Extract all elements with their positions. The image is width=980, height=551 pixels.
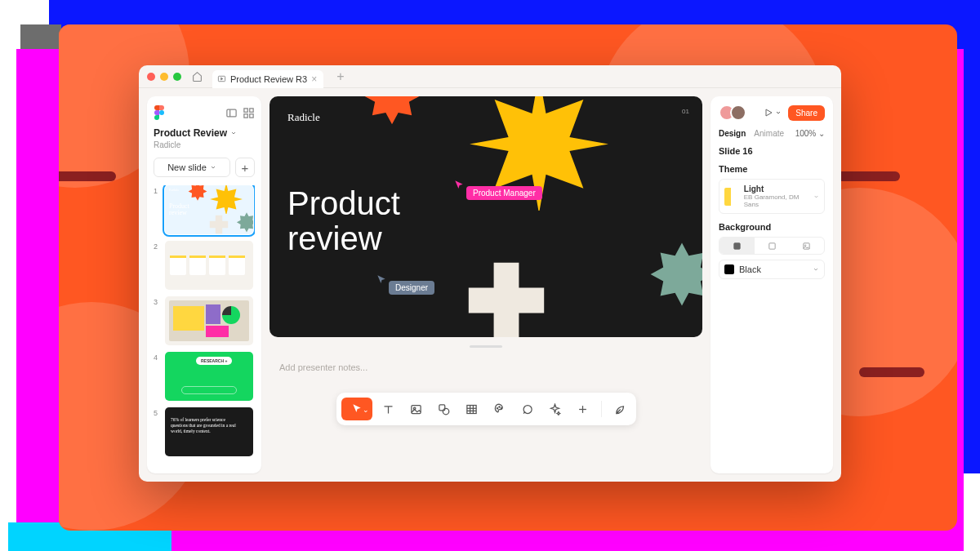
chevron-down-icon (813, 266, 819, 273)
svg-rect-24 (768, 242, 774, 248)
image-tool-button[interactable] (405, 398, 428, 420)
new-slide-button[interactable]: New slide (154, 158, 230, 177)
leaf-tool-button[interactable] (608, 398, 631, 420)
tab-animate[interactable]: Animate (754, 129, 784, 138)
grid-view-icon[interactable] (243, 107, 255, 119)
svg-point-11 (443, 408, 449, 415)
tab-design[interactable]: Design (719, 129, 746, 138)
presenter-notes-input[interactable]: Add presenter notes... (270, 356, 702, 384)
svg-rect-7 (250, 113, 253, 117)
slide-thumbnail[interactable]: Radicle Productreview (165, 185, 253, 234)
titlebar: Product Review R3 × + (139, 65, 841, 88)
thumb-number: 4 (154, 352, 160, 362)
plus-shape-icon (461, 256, 551, 337)
inspector-tabs: Design Animate 100% ⌄ (719, 129, 825, 138)
zoom-control[interactable]: 100% ⌄ (795, 129, 825, 138)
close-window-icon[interactable] (147, 73, 155, 81)
thumb-number: 2 (154, 241, 160, 251)
theme-section-label: Theme (719, 164, 825, 174)
draw-tool-button[interactable] (488, 398, 511, 420)
bg-gradient-button[interactable] (755, 238, 790, 254)
slide-thumbnail[interactable]: 76% of learners prefer science questions… (165, 407, 253, 456)
bg-solid-button[interactable] (719, 238, 755, 254)
slide-indicator: Slide 16 (719, 146, 825, 156)
share-button[interactable]: Share (788, 105, 825, 121)
background-type-toggle (719, 237, 825, 255)
single-view-icon[interactable] (225, 107, 238, 119)
text-tool-button[interactable] (377, 398, 400, 420)
collaborator-cursor-designer: Designer (376, 274, 434, 295)
background-section-label: Background (719, 222, 825, 232)
avatar[interactable] (730, 104, 746, 121)
add-tool-button[interactable] (572, 398, 595, 420)
svg-marker-22 (766, 109, 772, 116)
chevron-down-icon (775, 109, 782, 116)
svg-point-19 (501, 407, 501, 408)
minimize-window-icon[interactable] (160, 73, 168, 81)
add-tab-button[interactable]: + (330, 69, 350, 84)
slide-thumbnail[interactable] (165, 241, 253, 290)
svg-point-1 (159, 110, 164, 115)
left-panel: Product Review Radicle New slide + 1 Rad… (147, 96, 261, 473)
svg-rect-6 (244, 113, 247, 117)
svg-point-18 (499, 406, 500, 407)
close-tab-icon[interactable]: × (311, 73, 317, 85)
select-tool-button[interactable] (341, 398, 372, 420)
bottom-toolbar (336, 393, 636, 425)
svg-rect-4 (244, 108, 247, 111)
add-slide-button[interactable]: + (235, 158, 255, 177)
home-button[interactable] (188, 68, 206, 86)
present-button[interactable] (764, 108, 782, 118)
svg-rect-12 (467, 405, 476, 413)
right-panel: Share Design Animate 100% ⌄ Slide 16 The… (710, 96, 833, 473)
thumb-number: 3 (154, 296, 160, 306)
thumb-number: 1 (154, 185, 160, 195)
collaborator-cursor-pm: Product Manager (453, 180, 542, 200)
theme-picker[interactable]: Light EB Garamond, DM Sans (719, 179, 825, 214)
gear-shape-icon (347, 96, 437, 149)
window-controls (147, 73, 181, 81)
slide-brand: Radicle (287, 111, 320, 124)
resize-handle[interactable] (470, 345, 502, 348)
document-subtitle: Radicle (154, 140, 255, 149)
svg-point-26 (805, 244, 806, 245)
app-window: Product Review R3 × + (139, 65, 841, 482)
slide-thumbnail[interactable]: RESEARCH + (165, 352, 253, 401)
figma-logo-icon[interactable] (154, 104, 165, 121)
svg-point-17 (497, 407, 497, 408)
slide-thumbnails: 1 Radicle Productreview 2 (154, 185, 255, 456)
canvas-area: Radicle 01 Productreview Product Manager… (270, 96, 702, 473)
slide-canvas[interactable]: Radicle 01 Productreview Product Manager… (270, 96, 702, 337)
chevron-down-icon (230, 130, 237, 136)
thumb-number: 5 (154, 407, 160, 417)
slide-number: 01 (682, 108, 689, 115)
svg-rect-23 (734, 242, 740, 248)
tab-title: Product Review R3 (230, 74, 307, 84)
document-title[interactable]: Product Review (154, 127, 255, 139)
background-color-picker[interactable]: Black (719, 260, 825, 279)
comment-tool-button[interactable] (516, 398, 539, 420)
research-badge: RESEARCH + (196, 357, 232, 365)
collaborator-avatars[interactable] (719, 104, 746, 121)
maximize-window-icon[interactable] (173, 73, 181, 81)
shape-tool-button[interactable] (433, 398, 456, 420)
chevron-down-icon: ⌄ (818, 129, 825, 138)
color-chip (724, 264, 734, 274)
svg-rect-8 (412, 405, 421, 413)
chevron-down-icon (813, 193, 819, 200)
table-tool-button[interactable] (461, 398, 483, 420)
gear-shape-icon (633, 235, 702, 333)
theme-swatch-icon (724, 188, 737, 206)
chevron-down-icon (210, 164, 216, 171)
bg-image-button[interactable] (789, 238, 824, 254)
svg-rect-5 (250, 108, 253, 111)
slide-thumbnail[interactable] (165, 296, 253, 345)
svg-rect-2 (227, 109, 236, 117)
file-tab[interactable]: Product Review R3 × (212, 70, 323, 88)
slide-title: Productreview (287, 186, 400, 256)
ai-tool-button[interactable] (544, 398, 567, 420)
